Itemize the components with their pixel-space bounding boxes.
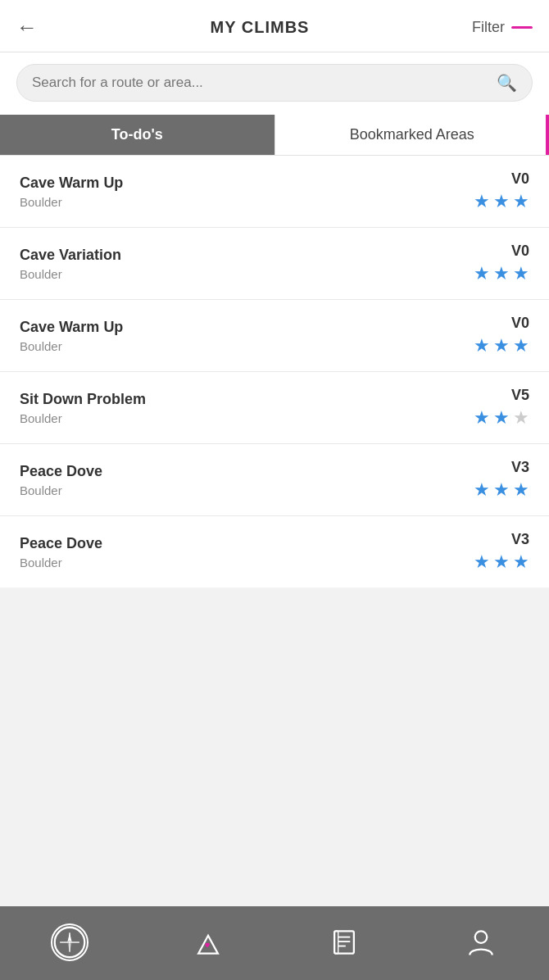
item-type: Boulder (20, 195, 123, 209)
star-icon: ★ (493, 191, 510, 212)
star-icon: ★ (493, 335, 510, 356)
star-icon: ★ (474, 551, 490, 573)
nav-logbook[interactable] (327, 925, 361, 960)
back-button[interactable]: ← (16, 15, 52, 40)
item-name: Cave Variation (20, 247, 121, 264)
star-icon: ★ (513, 551, 529, 573)
item-name: Sit Down Problem (20, 391, 146, 408)
list-item[interactable]: Cave Warm Up Boulder V0 ★★★ (0, 300, 549, 372)
filter-area: Filter (467, 19, 533, 36)
search-container: 🔍 (0, 52, 549, 115)
star-icon: ★ (474, 479, 490, 501)
item-info: Cave Warm Up Boulder (20, 175, 123, 209)
tab-todos[interactable]: To-do's (0, 115, 274, 155)
item-info: Peace Dove Boulder (20, 463, 102, 497)
search-icon: 🔍 (497, 73, 517, 93)
svg-rect-10 (334, 931, 338, 953)
list-item[interactable]: Cave Warm Up Boulder V0 ★★★ (0, 156, 549, 228)
item-stars: ★★★ (474, 407, 529, 429)
nav-explore[interactable] (51, 923, 88, 961)
search-input[interactable] (32, 75, 497, 91)
item-type: Boulder (20, 411, 146, 425)
item-name: Peace Dove (20, 535, 102, 552)
star-icon: ★ (493, 263, 510, 284)
item-grade: V3 (511, 531, 529, 548)
item-grade: V0 (511, 243, 529, 260)
search-bar[interactable]: 🔍 (16, 64, 533, 102)
page-title: MY CLIMBS (52, 18, 467, 37)
star-icon: ★ (513, 191, 529, 212)
item-rating: V0 ★★★ (474, 243, 529, 284)
star-icon: ★ (474, 335, 490, 356)
tab-pink-accent (546, 115, 549, 155)
tab-bookmarked[interactable]: Bookmarked Areas (274, 115, 550, 155)
item-grade: V5 (511, 387, 529, 404)
mountain-heart-icon (191, 925, 225, 960)
compass-svg (52, 925, 87, 960)
item-rating: V5 ★★★ (474, 387, 529, 429)
star-icon: ★ (513, 263, 529, 284)
star-icon: ★ (474, 263, 490, 284)
star-icon: ★ (513, 335, 529, 356)
item-name: Cave Warm Up (20, 175, 123, 192)
list-item[interactable]: Sit Down Problem Boulder V5 ★★★ (0, 372, 549, 444)
item-info: Sit Down Problem Boulder (20, 391, 146, 425)
tabs-container: To-do's Bookmarked Areas (0, 115, 549, 156)
bottom-nav (0, 906, 549, 980)
item-rating: V0 ★★★ (474, 315, 529, 356)
star-icon: ★ (474, 407, 490, 429)
item-stars: ★★★ (474, 191, 529, 212)
item-info: Peace Dove Boulder (20, 535, 102, 569)
star-icon: ★ (493, 551, 510, 573)
star-icon: ★ (493, 479, 510, 501)
item-rating: V0 ★★★ (474, 170, 529, 212)
item-type: Boulder (20, 483, 102, 497)
item-rating: V3 ★★★ (474, 459, 529, 501)
item-name: Peace Dove (20, 463, 102, 480)
item-name: Cave Warm Up (20, 319, 123, 336)
item-stars: ★★★ (474, 551, 529, 573)
item-stars: ★★★ (474, 335, 529, 356)
item-type: Boulder (20, 556, 102, 569)
item-stars: ★★★ (474, 479, 529, 501)
item-type: Boulder (20, 339, 123, 353)
star-icon: ★ (513, 407, 529, 429)
star-icon: ★ (513, 479, 529, 501)
profile-icon (464, 925, 498, 960)
list-item[interactable]: Peace Dove Boulder V3 ★★★ (0, 516, 549, 588)
list-item[interactable]: Peace Dove Boulder V3 ★★★ (0, 444, 549, 516)
nav-profile[interactable] (464, 925, 498, 960)
compass-icon (51, 923, 88, 961)
item-grade: V3 (511, 459, 529, 476)
item-stars: ★★★ (474, 263, 529, 284)
header: ← MY CLIMBS Filter (0, 0, 549, 52)
svg-point-11 (474, 931, 487, 943)
item-type: Boulder (20, 267, 121, 281)
logbook-icon (327, 925, 361, 960)
list-item[interactable]: Cave Variation Boulder V0 ★★★ (0, 228, 549, 300)
item-grade: V0 (511, 315, 529, 332)
item-grade: V0 (511, 170, 529, 188)
star-icon: ★ (474, 191, 490, 212)
climbs-list: Cave Warm Up Boulder V0 ★★★ Cave Variati… (0, 156, 549, 588)
nav-my-climbs[interactable] (191, 925, 225, 960)
filter-button[interactable]: Filter (472, 19, 505, 36)
star-icon: ★ (493, 407, 510, 429)
item-info: Cave Variation Boulder (20, 247, 121, 281)
item-info: Cave Warm Up Boulder (20, 319, 123, 353)
filter-line-icon (511, 26, 533, 29)
item-rating: V3 ★★★ (474, 531, 529, 573)
